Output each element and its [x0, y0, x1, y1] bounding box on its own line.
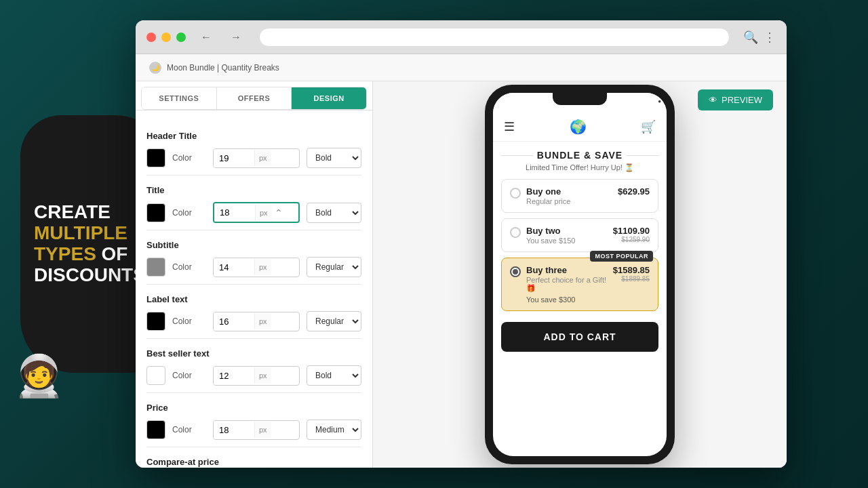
bundle-title: BUNDLE & SAVE — [537, 150, 623, 161]
cart-icon: 🛒 — [641, 119, 656, 134]
hamburger-icon: ☰ — [504, 119, 515, 134]
browser-search-icon[interactable]: 🔍 — [743, 30, 758, 45]
title-size-group: px ⌃ — [213, 202, 300, 223]
add-to-cart-button[interactable]: ADD TO CART — [501, 322, 658, 352]
tab-design[interactable]: DESIGN — [292, 87, 366, 109]
option-three-info: Buy three Perfect choice for a Gift! 🎁 Y… — [526, 265, 608, 304]
tab-settings[interactable]: SETTINGS — [142, 87, 217, 109]
maximize-button[interactable] — [176, 33, 186, 42]
option-one-info: Buy one Regular price — [526, 186, 612, 205]
option-two-price-compare: $1259.90 — [613, 236, 650, 243]
bundle-option-three[interactable]: Buy three Perfect choice for a Gift! 🎁 Y… — [501, 258, 658, 311]
subtitle-color-swatch[interactable] — [146, 258, 165, 277]
design-panel: SETTINGS OFFERS DESIGN Header Title Colo… — [136, 81, 373, 468]
divider-6 — [146, 447, 361, 447]
title-row: Color px ⌃ Bold Regular Medium — [146, 202, 361, 223]
phone-content: BUNDLE & SAVE Limited Time Offer! Hurry … — [493, 142, 667, 456]
forward-button[interactable]: → — [226, 28, 245, 47]
option-three-price: $1589.85 $1889.85 — [613, 265, 650, 283]
settings-content: Header Title Color px Bold Regular Mediu… — [136, 110, 372, 468]
bundle-option-one[interactable]: Buy one Regular price $629.95 — [501, 179, 658, 213]
bundle-divider: BUNDLE & SAVE — [501, 150, 658, 161]
option-two-title: Buy two — [526, 226, 608, 236]
phone-screen: ● ☰ 🌍 🛒 — [493, 93, 667, 456]
best-seller-text-color-swatch[interactable] — [146, 366, 165, 385]
header-title-row: Color px Bold Regular Medium — [146, 148, 361, 168]
divider-5 — [146, 392, 361, 393]
header-title-color-swatch[interactable] — [146, 148, 165, 167]
eye-icon: 👁 — [709, 95, 717, 105]
option-one-subtitle: Regular price — [526, 197, 612, 205]
divider-4 — [146, 338, 361, 339]
price-size-input[interactable] — [214, 421, 254, 439]
best-seller-text-style-select[interactable]: Bold Regular Medium — [307, 365, 361, 386]
radio-three[interactable] — [510, 266, 521, 277]
price-row: Color px Medium Bold Regular — [146, 420, 361, 440]
header-title-label: Header Title — [146, 131, 361, 141]
best-seller-text-size-group: px — [213, 366, 300, 386]
title-color-swatch[interactable] — [146, 203, 165, 222]
divider-1 — [146, 175, 361, 176]
label-text-size-input[interactable] — [214, 312, 254, 331]
bundle-line-right — [627, 155, 658, 156]
subtitle-row: Color px Regular Bold Medium — [146, 257, 361, 277]
app-main: SETTINGS OFFERS DESIGN Header Title Colo… — [136, 81, 787, 468]
astronaut-icon: 🧑‍🚀 — [14, 352, 64, 400]
label-text-label: Label text — [146, 294, 361, 304]
tab-offers[interactable]: OFFERS — [217, 87, 292, 109]
best-seller-text-row: Color px Bold Regular Medium — [146, 365, 361, 386]
title-style-select[interactable]: Bold Regular Medium — [307, 203, 361, 223]
back-button[interactable]: ← — [197, 28, 216, 47]
option-one-title: Buy one — [526, 186, 612, 197]
subtitle-label: Subtitle — [146, 240, 361, 250]
phone-notch — [553, 93, 607, 105]
subtitle-size-input[interactable] — [214, 258, 254, 277]
most-popular-badge: MOST POPULAR — [590, 251, 653, 262]
close-button[interactable] — [146, 33, 156, 42]
label-text-color-swatch[interactable] — [146, 312, 165, 331]
title-size-input[interactable] — [214, 203, 255, 222]
breadcrumb: Moon Bundle | Quantity Breaks — [167, 63, 279, 73]
price-color-swatch[interactable] — [146, 420, 165, 439]
app-header: 🌙 Moon Bundle | Quantity Breaks — [136, 54, 787, 81]
option-three-title: Buy three — [526, 265, 608, 275]
bundle-line-left — [501, 155, 533, 156]
divider-3 — [146, 284, 361, 285]
option-three-savings: You save $300 — [526, 296, 608, 304]
tabs: SETTINGS OFFERS DESIGN — [141, 87, 367, 110]
label-text-style-select[interactable]: Regular Bold Medium — [307, 311, 361, 331]
radio-two[interactable] — [510, 227, 521, 238]
phone-topbar: ☰ 🌍 🛒 — [493, 112, 667, 142]
option-two-price-main: $1109.90 — [613, 226, 650, 236]
hero-line3-highlight: TYPES — [34, 243, 96, 264]
browser-window: ← → 🔍 ⋮ 🌙 Moon Bundle | Quantity Breaks … — [136, 20, 787, 468]
minimize-button[interactable] — [161, 33, 171, 42]
header-title-style-select[interactable]: Bold Regular Medium — [307, 148, 361, 168]
radio-one[interactable] — [510, 188, 521, 199]
browser-content: 🌙 Moon Bundle | Quantity Breaks SETTINGS… — [136, 54, 787, 468]
option-three-price-compare: $1889.85 — [613, 275, 650, 283]
phone-mockup: ● ☰ 🌍 🛒 — [485, 85, 675, 464]
label-text-row: Color px Regular Bold Medium — [146, 311, 361, 331]
bundle-option-two[interactable]: Buy two You save $150 $1109.90 $1259.90 — [501, 218, 658, 252]
price-style-select[interactable]: Medium Bold Regular — [307, 420, 361, 440]
phone-notch-bar: ● — [493, 93, 667, 112]
best-seller-text-label: Best seller text — [146, 348, 361, 359]
tabs-container: SETTINGS OFFERS DESIGN — [136, 81, 372, 110]
browser-menu-icon[interactable]: ⋮ — [764, 30, 776, 45]
option-one-price: $629.95 — [618, 186, 650, 197]
bundle-option-three-wrapper: MOST POPULAR Buy three Perfect choice fo… — [501, 258, 658, 311]
best-seller-text-size-input[interactable] — [214, 367, 254, 385]
header-title-size-input[interactable] — [214, 149, 254, 167]
address-bar[interactable] — [259, 28, 730, 47]
label-text-size-group: px — [213, 312, 300, 331]
title-spinner[interactable]: ⌃ — [272, 207, 285, 218]
preview-button[interactable]: 👁 PREVIEW — [698, 89, 773, 110]
price-size-group: px — [213, 420, 300, 440]
option-one-price-main: $629.95 — [618, 186, 650, 197]
subtitle-style-select[interactable]: Regular Bold Medium — [307, 257, 361, 277]
option-two-subtitle: You save $150 — [526, 237, 608, 245]
bundle-header: BUNDLE & SAVE Limited Time Offer! Hurry … — [501, 150, 658, 172]
option-three-subtitle: Perfect choice for a Gift! 🎁 — [526, 276, 608, 293]
browser-titlebar: ← → 🔍 ⋮ — [136, 20, 787, 54]
